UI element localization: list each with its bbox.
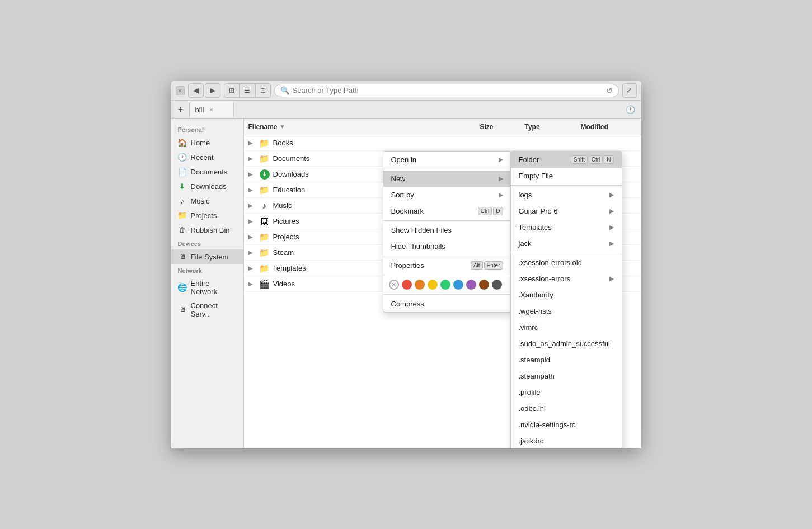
reload-button[interactable]: ↺ [606, 86, 613, 95]
submenu-vimrc[interactable]: .vimrc [511, 319, 622, 336]
expand-button[interactable]: ⤢ [622, 83, 637, 98]
sidebar-item-projects[interactable]: 📁 Projects [171, 208, 243, 223]
list-view-button[interactable]: ☰ [240, 83, 255, 98]
file-expand-icon[interactable]: ▶ [248, 140, 256, 146]
color-dot-brown[interactable] [479, 280, 489, 290]
file-expand-icon[interactable]: ▶ [248, 281, 256, 287]
submenu-jack[interactable]: jack ▶ [511, 235, 622, 252]
submenu-empty-file[interactable]: Empty File [511, 168, 622, 184]
submenu-templates[interactable]: Templates ▶ [511, 219, 622, 235]
submenu-xsession-errors-old[interactable]: .xsession-errors.old [511, 254, 622, 271]
submenu-xsession-errors[interactable]: .xsession-errors ▶ [511, 271, 622, 287]
submenu-steampath[interactable]: .steampath [511, 368, 622, 384]
xsession-errors-arrow-icon: ▶ [609, 275, 614, 282]
file-name: Pictures [273, 217, 299, 225]
submenu-sudo-admin[interactable]: .sudo_as_admin_successful [511, 336, 622, 352]
color-dot-green[interactable] [440, 280, 450, 290]
history-button[interactable]: 🕐 [623, 102, 638, 117]
file-expand-icon[interactable]: ▶ [248, 218, 256, 224]
file-name: Downloads [273, 170, 309, 178]
file-expand-icon[interactable]: ▶ [248, 187, 256, 193]
forward-button[interactable]: ▶ [205, 83, 220, 98]
folder-shortcut: Shift Ctrl N [571, 155, 614, 164]
file-type-icon: 📁 [260, 154, 270, 164]
columns-view-button[interactable]: ⊟ [255, 83, 271, 98]
ctx-compress[interactable]: Compress [383, 296, 511, 312]
color-dot-yellow[interactable] [428, 280, 438, 290]
ctx-new[interactable]: New ▶ [383, 171, 511, 187]
file-expand-icon[interactable]: ▶ [248, 265, 256, 271]
guitar-pro-arrow-icon: ▶ [609, 207, 614, 215]
connect-server-icon: 🖥 [178, 305, 187, 314]
grid-view-button[interactable]: ⊞ [224, 83, 240, 98]
back-button[interactable]: ◀ [188, 83, 204, 98]
submenu-separator-2 [511, 253, 622, 253]
sidebar-item-entire-network[interactable]: 🌐 Entire Network [171, 276, 243, 299]
file-type-icon: 📁 [260, 138, 270, 148]
file-expand-icon[interactable]: ▶ [248, 171, 256, 177]
color-dot-dark-gray[interactable] [492, 280, 502, 290]
downloads-icon: ⬇ [178, 182, 187, 191]
sort-by-arrow-icon: ▶ [499, 191, 503, 199]
sidebar-item-rubbish[interactable]: 🗑 Rubbish Bin [171, 223, 243, 237]
ctx-show-hidden[interactable]: Show Hidden Files [383, 222, 511, 238]
sidebar-item-home[interactable]: 🏠 Home [171, 135, 243, 150]
nav-buttons: ◀ ▶ [188, 83, 220, 98]
submenu-jackdrc[interactable]: .jackdrc [511, 433, 622, 448]
submenu-folder[interactable]: Folder Shift Ctrl N [511, 152, 622, 168]
file-expand-icon[interactable]: ▶ [248, 202, 256, 209]
sidebar-item-connect-server[interactable]: 🖥 Connect Serv... [171, 299, 243, 321]
file-expand-icon[interactable]: ▶ [248, 234, 256, 240]
color-dot-orange[interactable] [415, 280, 425, 290]
ctx-sort-by[interactable]: Sort by ▶ [383, 187, 511, 203]
color-dots-row: ✕ [383, 276, 511, 293]
sidebar-item-music[interactable]: ♪ Music [171, 193, 243, 208]
sidebar-item-documents[interactable]: 📄 Documents [171, 164, 243, 179]
rubbish-icon: 🗑 [178, 225, 187, 234]
ctx-bookmark[interactable]: Bookmark Ctrl D [383, 203, 511, 219]
submenu-wget-hsts[interactable]: .wget-hsts [511, 303, 622, 319]
color-dot-blue[interactable] [453, 280, 463, 290]
color-dot-purple[interactable] [466, 280, 476, 290]
sidebar-item-filesystem[interactable]: 🖥 File System [171, 249, 243, 264]
modified-column-header[interactable]: Modified [581, 123, 637, 131]
close-button[interactable]: × [176, 86, 185, 95]
add-tab-button[interactable]: + [175, 103, 187, 116]
sidebar-item-recent[interactable]: 🕐 Recent [171, 150, 243, 164]
ctx-properties[interactable]: Properties Alt Enter [383, 257, 511, 273]
tab-bill[interactable]: bill × [189, 102, 234, 117]
submenu-guitar-pro[interactable]: Guitar Pro 6 ▶ [511, 203, 622, 219]
sidebar: Personal 🏠 Home 🕐 Recent 📄 Documents ⬇ D… [171, 119, 244, 448]
file-name: Templates [273, 264, 306, 272]
new-arrow-icon: ▶ [499, 175, 503, 182]
submenu-odbc[interactable]: .odbc.ini [511, 400, 622, 417]
submenu-xauthority[interactable]: .Xauthority [511, 287, 622, 303]
file-name: Education [273, 186, 306, 194]
tab-close-button[interactable]: × [207, 106, 215, 114]
sidebar-item-downloads[interactable]: ⬇ Downloads [171, 179, 243, 193]
color-dot-red[interactable] [402, 280, 412, 290]
view-buttons: ⊞ ☰ ⊟ [224, 83, 271, 98]
recent-icon: 🕐 [178, 153, 187, 162]
filename-column-header[interactable]: Filename ▼ [248, 123, 480, 131]
size-column-header[interactable]: Size [480, 123, 525, 131]
ctx-open-in[interactable]: Open in ▶ [383, 152, 511, 168]
file-type-icon: 🖼 [260, 216, 270, 226]
submenu-steamid[interactable]: .steampid [511, 352, 622, 368]
ctx-hide-thumbnails[interactable]: Hide Thumbnails [383, 238, 511, 254]
submenu-profile[interactable]: .profile [511, 384, 622, 400]
type-column-header[interactable]: Type [525, 123, 581, 131]
file-row[interactable]: ▶ 📁 Books [244, 135, 641, 151]
color-clear-button[interactable]: ✕ [389, 280, 399, 290]
ctx-separator-1 [383, 169, 511, 169]
submenu-logs[interactable]: logs ▶ [511, 187, 622, 203]
submenu-nvidia[interactable]: .nvidia-settings-rc [511, 417, 622, 433]
open-in-arrow-icon: ▶ [499, 156, 503, 163]
file-name: Steam [273, 248, 294, 257]
search-input[interactable] [293, 86, 603, 95]
jack-arrow-icon: ▶ [609, 240, 614, 247]
ctx-separator-4 [383, 275, 511, 275]
file-area: Filename ▼ Size Type Modified ▶ 📁 Books … [244, 119, 641, 448]
file-expand-icon[interactable]: ▶ [248, 249, 256, 256]
file-expand-icon[interactable]: ▶ [248, 155, 256, 162]
